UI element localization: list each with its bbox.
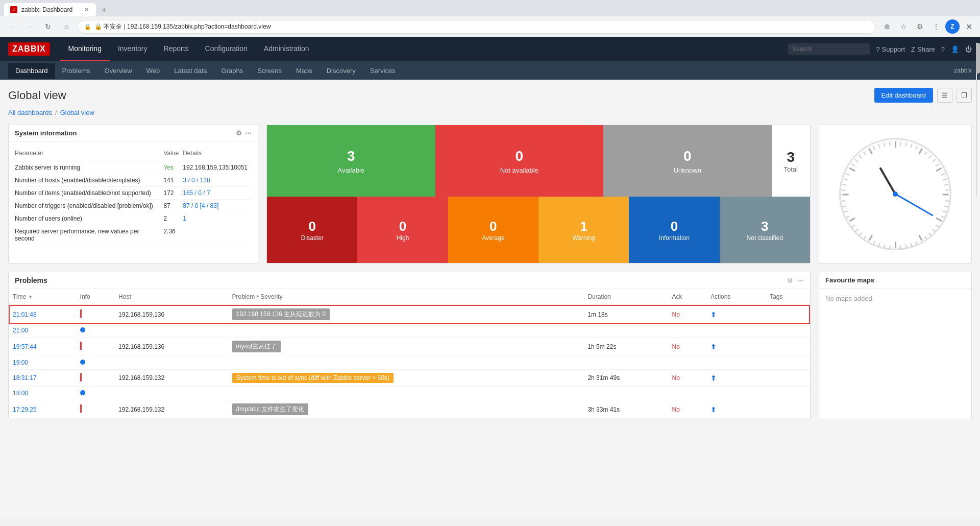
- favicon: Z: [10, 6, 17, 13]
- system-info-body: Parameter Value Details Zabbix server is…: [9, 141, 258, 251]
- actions-cell[interactable]: ⬆: [706, 400, 766, 419]
- favourite-maps-widget: Favourite maps No maps added.: [819, 272, 972, 419]
- sub-nav-web[interactable]: Web: [139, 63, 167, 79]
- address-bar[interactable]: 🔒 🔒 不安全 | 192.168.159.135/zabbix.php?act…: [78, 20, 876, 34]
- host-cell[interactable]: 192.168.159.132: [114, 370, 228, 387]
- problem-cell[interactable]: mysql主从挂了: [228, 338, 584, 356]
- system-info-header: System information ⚙ ⋯: [9, 125, 258, 141]
- new-tab-button[interactable]: +: [98, 4, 110, 16]
- nav-item-reports[interactable]: Reports: [156, 37, 197, 61]
- sub-nav-services[interactable]: Services: [363, 63, 403, 79]
- widgets-row-1: System information ⚙ ⋯ Parameter Value D…: [8, 125, 972, 264]
- close-tab-button[interactable]: ✕: [83, 6, 90, 13]
- dashboard-fullscreen-button[interactable]: ❒: [957, 88, 972, 103]
- ack-cell[interactable]: No: [668, 370, 707, 387]
- col-details: Details: [183, 148, 252, 161]
- bookmark-button[interactable]: ☆: [896, 19, 911, 34]
- search-input[interactable]: [788, 43, 870, 55]
- sub-nav-maps[interactable]: Maps: [289, 63, 320, 79]
- nav-item-monitoring[interactable]: Monitoring: [60, 37, 110, 61]
- clock-center-dot: [893, 192, 898, 197]
- clock-tick: [842, 205, 846, 207]
- severity-label: Warning: [573, 234, 595, 242]
- host-cell[interactable]: 192.168.159.136: [114, 338, 228, 356]
- details-cell: [183, 225, 252, 245]
- sub-nav-latest-data[interactable]: Latest data: [167, 63, 214, 79]
- problem-label[interactable]: System time is out of sync (diff with Za…: [232, 373, 394, 383]
- action-icon[interactable]: ⬆: [710, 310, 717, 319]
- ack-cell[interactable]: No: [668, 400, 707, 419]
- details-cell: 192.168.159.135:10051: [183, 161, 252, 174]
- time-cell[interactable]: 21:01:48: [9, 305, 76, 324]
- sub-nav-problems[interactable]: Problems: [55, 63, 97, 79]
- system-info-title: System information: [15, 129, 77, 137]
- scroll-thumb[interactable]: [976, 43, 980, 74]
- info-cell: [76, 370, 115, 387]
- refresh-button[interactable]: ↻: [41, 19, 55, 34]
- clock-tick: [928, 155, 932, 159]
- problem-cell[interactable]: 192.168.159.136 主从延迟数为 0: [228, 305, 584, 324]
- host-cell[interactable]: 192.168.159.132: [114, 400, 228, 419]
- clock-tick: [905, 245, 907, 249]
- severity-indicator: [80, 404, 82, 413]
- time-cell[interactable]: 19:57:44: [9, 338, 76, 356]
- signout-button[interactable]: ⏻: [965, 45, 972, 53]
- gear-icon[interactable]: ⚙: [236, 129, 242, 137]
- sub-nav-screens[interactable]: Screens: [250, 63, 289, 79]
- breadcrumb-all-dashboards[interactable]: All dashboards: [8, 109, 52, 116]
- help-button[interactable]: ?: [941, 45, 945, 53]
- extensions-button[interactable]: ⚙: [913, 19, 927, 34]
- dashboard-list-button[interactable]: ☰: [937, 88, 952, 103]
- zabbix-logo: ZABBIX: [8, 42, 50, 56]
- time-cell[interactable]: 17:29:25: [9, 400, 76, 419]
- actions-cell[interactable]: ⬆: [706, 338, 766, 356]
- action-icon[interactable]: ⬆: [710, 405, 717, 414]
- clock-tick: [918, 235, 923, 241]
- time-cell[interactable]: 18:31:17: [9, 370, 76, 387]
- problems-header-actions: ⚙ ⋯: [787, 277, 804, 284]
- problems-gear-icon[interactable]: ⚙: [787, 277, 793, 284]
- profile-button[interactable]: Z: [945, 19, 960, 34]
- problems-more-icon[interactable]: ⋯: [797, 277, 804, 284]
- problem-cell[interactable]: /tmp/abc 文件发生了变化: [228, 400, 584, 419]
- sub-nav-graphs[interactable]: Graphs: [214, 63, 251, 79]
- browser-tab[interactable]: Z zabbix: Dashboard ✕: [4, 3, 96, 16]
- edit-dashboard-button[interactable]: Edit dashboard: [874, 88, 933, 103]
- fav-maps-header: Favourite maps: [819, 272, 971, 289]
- action-icon[interactable]: ⬆: [710, 374, 717, 382]
- host-cell[interactable]: 192.168.159.136: [114, 305, 228, 324]
- back-button[interactable]: ←: [4, 19, 18, 34]
- sub-nav-overview[interactable]: Overview: [97, 63, 139, 79]
- problem-cell[interactable]: System time is out of sync (diff with Za…: [228, 370, 584, 387]
- col-tags: Tags: [766, 289, 810, 305]
- support-button[interactable]: ? Support: [876, 45, 905, 53]
- forward-button[interactable]: →: [22, 19, 37, 34]
- sub-nav-discovery[interactable]: Discovery: [320, 63, 363, 79]
- action-icon[interactable]: ⬆: [710, 343, 717, 351]
- close-browser-button[interactable]: ✕: [962, 19, 976, 34]
- more-button[interactable]: ⋮: [929, 19, 943, 34]
- clock-tick: [932, 229, 936, 232]
- main-nav-menu: Monitoring Inventory Reports Configurati…: [60, 37, 317, 61]
- nav-item-inventory[interactable]: Inventory: [110, 37, 156, 61]
- clock-tick: [884, 245, 886, 249]
- sub-navigation: Dashboard Problems Overview Web Latest d…: [0, 61, 980, 80]
- sub-nav-dashboard[interactable]: Dashboard: [8, 63, 55, 79]
- translate-button[interactable]: ⊕: [880, 19, 894, 34]
- home-button[interactable]: ⌂: [59, 19, 74, 34]
- more-icon[interactable]: ⋯: [245, 129, 252, 137]
- problem-label[interactable]: mysql主从挂了: [232, 341, 281, 352]
- share-button[interactable]: Z Share: [911, 45, 935, 53]
- ack-cell[interactable]: No: [668, 305, 707, 324]
- actions-cell[interactable]: ⬆: [706, 305, 766, 324]
- actions-cell[interactable]: ⬆: [706, 370, 766, 387]
- nav-item-administration[interactable]: Administration: [256, 37, 317, 61]
- ack-cell[interactable]: No: [668, 338, 707, 356]
- problem-label[interactable]: /tmp/abc 文件发生了变化: [232, 403, 308, 415]
- fav-maps-empty-text: No maps added.: [825, 295, 965, 302]
- problem-label[interactable]: 192.168.159.136 主从延迟数为 0: [232, 308, 330, 320]
- user-menu-button[interactable]: 👤: [951, 45, 959, 53]
- browser-toolbar: ← → ↻ ⌂ 🔒 🔒 不安全 | 192.168.159.135/zabbix…: [0, 16, 980, 37]
- sort-icon[interactable]: ▼: [28, 294, 33, 300]
- nav-item-configuration[interactable]: Configuration: [197, 37, 256, 61]
